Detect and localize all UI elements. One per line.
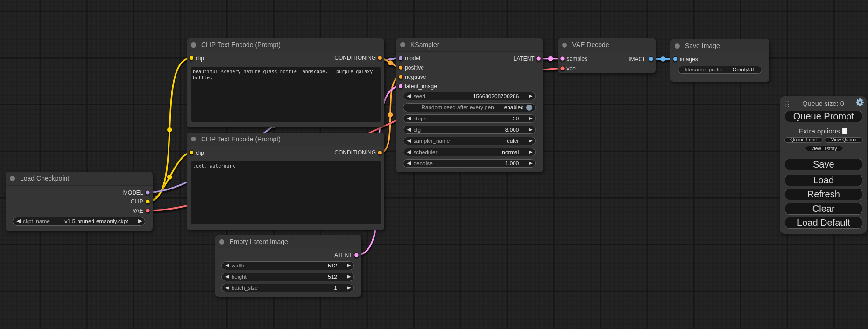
extra-options-checkbox[interactable] — [842, 128, 847, 134]
widget-value: 20 — [427, 115, 519, 122]
widget-name: scheduler — [413, 149, 437, 155]
node-title-bar[interactable]: Load Checkpoint — [6, 172, 153, 186]
widget-name: filename_prefix — [685, 66, 722, 73]
node-title-bar[interactable]: CLIP Text Encode (Prompt) — [187, 38, 384, 52]
node-ksampler[interactable]: KSampler model positive negative latent_… — [396, 38, 543, 172]
prompt-textarea[interactable]: text, watermark — [191, 161, 381, 224]
wire-dot-cond-positive[interactable] — [388, 60, 393, 65]
slot-samples-input[interactable]: samples — [567, 56, 588, 62]
slot-images-input[interactable]: images — [680, 56, 698, 63]
load-default-button[interactable]: Load Default — [785, 217, 863, 229]
extra-options-label: Extra options — [799, 127, 840, 135]
clear-button[interactable]: Clear — [785, 203, 863, 215]
widget-sampler-name[interactable]: sampler_name euler — [403, 137, 536, 146]
prompt-textarea[interactable]: beautiful scenery nature glass bottle la… — [191, 67, 381, 122]
node-clip-text-encode-positive[interactable]: CLIP Text Encode (Prompt) clip CONDITION… — [187, 38, 384, 127]
wire-clip-negative[interactable] — [148, 153, 192, 202]
widget-value: euler — [450, 138, 519, 144]
widget-name: denoise — [413, 160, 432, 167]
slot-image-output[interactable]: IMAGE — [628, 56, 647, 63]
widget-value: enabled — [494, 104, 524, 111]
view-history-button[interactable]: View History — [805, 146, 843, 151]
widget-ckpt-name[interactable]: ckpt_name v1-5-pruned-emaonly.ckpt — [13, 217, 145, 226]
load-button[interactable]: Load — [785, 175, 863, 186]
widget-decrement-arrow[interactable] — [407, 117, 411, 120]
slot-model-output[interactable]: MODEL — [123, 189, 143, 196]
widget-denoise[interactable]: denoise 1.000 — [403, 159, 536, 168]
wire-dot-clip-positive[interactable] — [167, 127, 172, 132]
widget-increment-arrow[interactable] — [529, 128, 533, 132]
wire-dot-clip-negative[interactable] — [167, 175, 172, 179]
widget-value: 156680208700286 — [425, 93, 519, 99]
widget-increment-arrow[interactable] — [529, 161, 533, 165]
slot-positive-input[interactable]: positive — [405, 64, 424, 71]
node-vae-decode[interactable]: VAE Decode samples vae IMAGE — [558, 38, 656, 73]
node-title: Load Checkpoint — [20, 172, 69, 185]
slot-conditioning-output[interactable]: CONDITIONING — [334, 55, 376, 61]
widget-decrement-arrow[interactable] — [225, 264, 229, 267]
slot-clip-output[interactable]: CLIP — [131, 198, 143, 205]
widget-increment-arrow[interactable] — [347, 264, 351, 267]
slot-latent-output[interactable]: LATENT — [331, 252, 352, 259]
widget-cfg[interactable]: cfg 8.000 — [403, 126, 536, 134]
widget-increment-arrow[interactable] — [347, 275, 351, 279]
widget-batch-size[interactable]: batch_size 1 — [221, 284, 354, 293]
node-title-bar[interactable]: Save Image — [670, 39, 769, 53]
widget-decrement-arrow[interactable] — [16, 219, 21, 223]
slot-model-input[interactable]: model — [405, 55, 420, 62]
widget-increment-arrow[interactable] — [529, 150, 533, 154]
toggle-on-dot[interactable] — [526, 105, 532, 111]
settings-gear-icon[interactable] — [856, 98, 864, 106]
widget-name: batch_size — [232, 285, 258, 291]
node-title-bar[interactable]: VAE Decode — [558, 38, 656, 52]
widget-decrement-arrow[interactable] — [407, 128, 411, 132]
slot-negative-input[interactable]: negative — [405, 74, 426, 80]
widget-increment-arrow[interactable] — [529, 139, 533, 143]
widget-decrement-arrow[interactable] — [225, 286, 229, 290]
slot-latent-output[interactable]: LATENT — [514, 56, 535, 62]
queue-prompt-button[interactable]: Queue Prompt — [785, 111, 863, 122]
widget-seed[interactable]: seed 156680208700286 — [403, 92, 536, 101]
node-title: Empty Latent Image — [230, 235, 288, 249]
widget-steps[interactable]: steps 20 — [403, 114, 536, 123]
slot-vae-output[interactable]: VAE — [132, 208, 143, 214]
slot-clip-input[interactable]: clip — [196, 55, 204, 62]
wire-dot-cond-negative[interactable] — [388, 112, 393, 117]
wire-dot-latent-out[interactable] — [548, 56, 553, 61]
slot-latent-image-input[interactable]: latent_image — [405, 83, 437, 90]
wire-clip-positive[interactable] — [148, 58, 192, 202]
node-empty-latent-image[interactable]: Empty Latent Image LATENT width 512 heig… — [215, 235, 361, 297]
slot-clip-input[interactable]: clip — [196, 150, 204, 156]
widget-height[interactable]: height 512 — [221, 273, 354, 281]
node-save-image[interactable]: Save Image images filename_prefix ComfyU… — [670, 39, 769, 82]
widget-width[interactable]: width 512 — [221, 261, 354, 270]
extra-options-row: Extra options — [780, 127, 867, 133]
slot-vae-input[interactable]: vae — [567, 65, 576, 72]
widget-decrement-arrow[interactable] — [407, 94, 411, 98]
queue-front-button[interactable]: Queue Front — [784, 137, 823, 143]
widget-decrement-arrow[interactable] — [407, 150, 411, 154]
widget-increment-arrow[interactable] — [347, 286, 351, 290]
comfyui-canvas[interactable]: { "colors": { "MODEL": "#B39DDB", "CLIP"… — [0, 0, 868, 329]
widget-name: width — [232, 262, 245, 269]
node-title-bar[interactable]: CLIP Text Encode (Prompt) — [187, 133, 384, 147]
gear-hole — [859, 101, 861, 103]
widget-increment-arrow[interactable] — [529, 117, 533, 120]
widget-random-seed-toggle[interactable]: Random seed after every gen enabled — [403, 103, 536, 112]
widget-decrement-arrow[interactable] — [225, 275, 229, 279]
slot-conditioning-output[interactable]: CONDITIONING — [334, 149, 376, 156]
save-button[interactable]: Save — [785, 159, 863, 170]
wire-dot-image[interactable] — [661, 56, 665, 61]
widget-decrement-arrow[interactable] — [407, 161, 411, 165]
widget-increment-arrow[interactable] — [138, 219, 142, 223]
widget-increment-arrow[interactable] — [529, 94, 533, 98]
refresh-button[interactable]: Refresh — [785, 189, 863, 200]
widget-decrement-arrow[interactable] — [407, 139, 411, 143]
node-load-checkpoint[interactable]: Load Checkpoint MODEL CLIP VAE ckpt_name… — [6, 172, 153, 231]
widget-filename-prefix[interactable]: filename_prefix ComfyUI — [678, 66, 762, 74]
node-clip-text-encode-negative[interactable]: CLIP Text Encode (Prompt) clip CONDITION… — [187, 133, 384, 231]
node-title-bar[interactable]: Empty Latent Image — [215, 235, 361, 249]
node-title-bar[interactable]: KSampler — [396, 38, 543, 52]
view-queue-button[interactable]: View Queue — [825, 137, 863, 143]
widget-scheduler[interactable]: scheduler normal — [403, 148, 536, 157]
